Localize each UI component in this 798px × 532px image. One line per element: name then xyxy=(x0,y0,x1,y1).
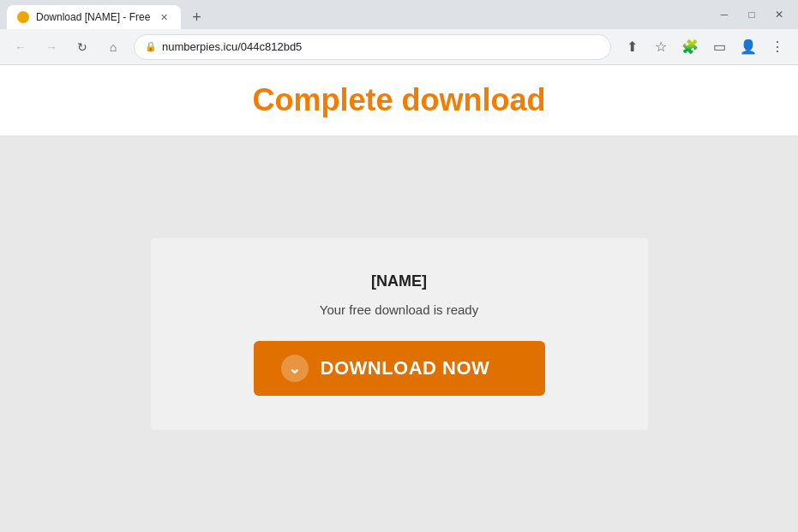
download-card: [NAME] Your free download is ready ⌄ DOW… xyxy=(151,238,648,430)
ready-text: Your free download is ready xyxy=(202,302,597,317)
address-bar[interactable]: 🔒 numberpies.icu/044c812bd5 xyxy=(134,34,611,60)
home-button[interactable]: ⌂ xyxy=(99,33,127,61)
window-controls: ─ □ ✕ xyxy=(712,3,791,27)
lock-icon: 🔒 xyxy=(145,41,157,52)
active-tab[interactable]: Download [NAME] - Free ✕ xyxy=(7,5,181,29)
maximize-button[interactable]: □ xyxy=(740,3,764,27)
tab-close-button[interactable]: ✕ xyxy=(157,10,171,24)
share-icon: ⬆ xyxy=(627,39,638,55)
cast-button[interactable]: ▭ xyxy=(705,33,733,61)
toolbar-actions: ⬆ ☆ 🧩 ▭ 👤 ⋮ xyxy=(618,33,791,61)
page-body: [NAME] Your free download is ready ⌄ DOW… xyxy=(0,136,798,532)
extensions-icon: 🧩 xyxy=(681,39,699,55)
download-now-button[interactable]: ⌄ DOWNLOAD NOW xyxy=(254,341,545,396)
minimize-button[interactable]: ─ xyxy=(712,3,736,27)
chevron-down-icon: ⌄ xyxy=(281,355,309,382)
menu-button[interactable]: ⋮ xyxy=(764,33,791,61)
cast-icon: ▭ xyxy=(713,39,726,55)
tab-area: Download [NAME] - Free ✕ + xyxy=(7,0,709,29)
page-title: Complete download xyxy=(0,82,798,118)
menu-icon: ⋮ xyxy=(771,39,784,55)
page-header: Complete download xyxy=(0,65,798,136)
close-button[interactable]: ✕ xyxy=(767,3,791,27)
tab-title: Download [NAME] - Free xyxy=(36,11,150,23)
extensions-button[interactable]: 🧩 xyxy=(676,33,704,61)
tab-favicon xyxy=(17,11,29,23)
refresh-icon: ↻ xyxy=(77,40,87,54)
url-text: numberpies.icu/044c812bd5 xyxy=(162,40,600,53)
back-icon: ← xyxy=(15,40,27,54)
profile-icon: 👤 xyxy=(740,39,757,55)
title-bar: Download [NAME] - Free ✕ + ─ □ ✕ xyxy=(0,0,798,29)
forward-icon: → xyxy=(45,40,57,54)
new-tab-button[interactable]: + xyxy=(184,5,208,29)
bookmark-button[interactable]: ☆ xyxy=(647,33,675,61)
file-name: [NAME] xyxy=(202,272,597,290)
refresh-button[interactable]: ↻ xyxy=(69,33,96,61)
home-icon: ⌂ xyxy=(110,40,117,54)
bookmark-icon: ☆ xyxy=(655,39,667,55)
back-button[interactable]: ← xyxy=(7,33,34,61)
download-button-label: DOWNLOAD NOW xyxy=(321,357,490,380)
share-button[interactable]: ⬆ xyxy=(618,33,645,61)
page-content: Complete download [NAME] Your free downl… xyxy=(0,65,798,532)
browser-window: Download [NAME] - Free ✕ + ─ □ ✕ ← → ↻ ⌂… xyxy=(0,0,798,532)
forward-button[interactable]: → xyxy=(38,33,65,61)
profile-button[interactable]: 👤 xyxy=(735,33,762,61)
toolbar: ← → ↻ ⌂ 🔒 numberpies.icu/044c812bd5 ⬆ ☆ … xyxy=(0,29,798,65)
